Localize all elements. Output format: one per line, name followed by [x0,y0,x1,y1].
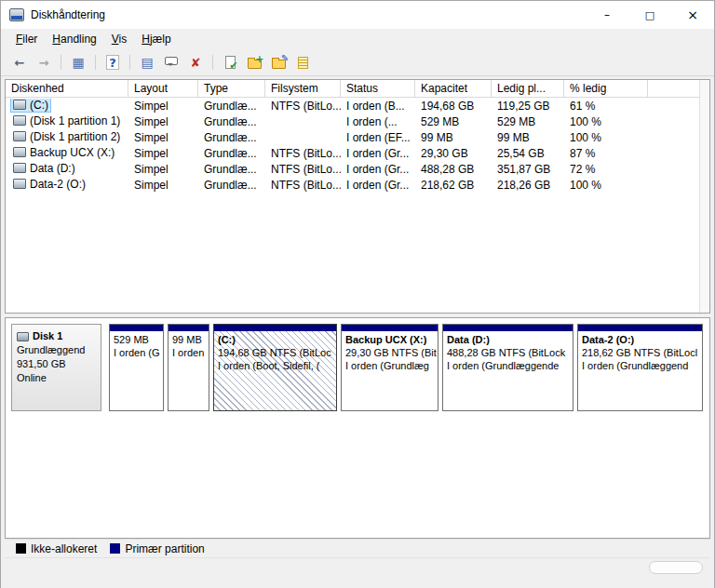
volume-list-pane: Diskenhed Layout Type Filsystem Status K… [5,79,710,314]
column-header-filsystem[interactable]: Filsystem [265,80,341,97]
check-document-icon: ✔ [225,56,236,69]
partition-name: Data-2 (O:) [582,333,698,346]
menu-item-vis[interactable]: Vis [104,30,134,48]
disk-status: Online [17,371,97,385]
scrollbar-thumb[interactable] [649,561,703,574]
volume-icon [13,100,26,110]
new-volume-icon[interactable] [243,52,265,73]
volume-pct-free: 72 % [564,163,648,176]
volume-type: Grundlæ... [198,163,265,176]
column-header-type[interactable]: Type [198,80,265,97]
menu-item-hjaelp[interactable]: Hjælp [134,30,178,48]
partition-size-line: 99 MB [172,333,205,346]
volume-filesystem: NTFS (BitLo... [265,179,341,192]
toolbar-separator [61,55,61,70]
primary-partition-swatch-icon [110,543,120,554]
minimize-button[interactable]: – [586,1,628,29]
partition-color-bar [169,325,209,331]
column-header-status[interactable]: Status [341,80,415,97]
partition-data-d[interactable]: Data (D:) 488,28 GB NTFS (BitLock I orde… [442,324,573,411]
volume-type: Grundlæ... [198,115,265,128]
graphical-view-pane: Disk 1 Grundlæggend 931,50 GB Online 529… [5,317,710,539]
volume-row-data2-o[interactable]: Data-2 (O:) Simpel Grundlæ... NTFS (BitL… [6,177,699,193]
legend-label: Primær partition [125,542,204,555]
window-controls: – □ × [586,1,714,29]
volume-capacity: 488,28 GB [415,163,492,176]
partition-efi[interactable]: 99 MB I orden [168,324,209,411]
partition-data2-o[interactable]: Data-2 (O:) 218,62 GB NTFS (BitLocl I or… [577,324,703,411]
console-tree-icon[interactable]: ▦ [67,52,89,73]
volume-name: (Disk 1 partition 2) [30,130,120,143]
column-header-diskenhed[interactable]: Diskenhed [6,80,128,97]
column-header-layout[interactable]: Layout [128,80,198,97]
forward-icon[interactable]: → [33,52,55,73]
disk-type: Grundlæggend [17,343,97,357]
volume-layout: Simpel [128,100,198,113]
column-header-kapacitet[interactable]: Kapacitet [415,80,492,97]
back-icon[interactable]: ← [8,52,31,73]
volume-capacity: 194,68 GB [415,100,492,113]
volume-filesystem: NTFS (BitLo... [265,147,341,160]
maximize-button[interactable]: □ [628,1,671,29]
toolbar-separator [212,55,213,70]
volume-free: 529 MB [492,115,564,128]
unallocated-swatch-icon [16,543,26,554]
partition-c[interactable]: (C:) 194,68 GB NTFS (BitLoc I orden (Boo… [213,324,337,411]
volume-row-partition2[interactable]: (Disk 1 partition 2) Simpel Grundlæ... I… [6,129,699,145]
volume-layout: Simpel [128,115,198,128]
disk-name: Disk 1 [33,329,62,343]
partition-name: Backup UCX (X:) [345,333,434,346]
disk-management-window: Diskhåndtering – □ × Filer Handling Vis … [0,0,715,588]
delete-volume-icon[interactable]: ✘ [184,52,207,73]
volume-status: I orden (... [341,115,415,128]
change-drive-letter-icon[interactable] [267,52,290,73]
volume-row-data-d[interactable]: Data (D:) Simpel Grundlæ... NTFS (BitLo.… [6,161,699,177]
titlebar: Diskhåndtering – □ × [1,1,714,29]
volume-row-c[interactable]: (C:) Simpel Grundlæ... NTFS (BitLo... I … [6,98,699,114]
partition-status-line: I orden (Boot, Sidefil, ( [218,359,332,372]
volume-type: Grundlæ... [198,179,265,192]
help-icon[interactable]: ? [106,55,119,70]
partition-status-line: I orden (Grundlæg [345,359,434,372]
volume-row-backup-ucx[interactable]: Backup UCX (X:) Simpel Grundlæ... NTFS (… [6,145,699,161]
partition-size-line: 218,62 GB NTFS (BitLocl [582,346,698,359]
mark-active-icon[interactable]: ✔ [219,52,241,73]
column-header-pct-ledig[interactable]: % ledig [564,80,648,97]
partition-recovery[interactable]: 529 MB I orden (G [109,324,164,411]
partition-color-bar [110,325,163,331]
partition-size-line: 194,68 GB NTFS (BitLoc [218,346,332,359]
volume-free: 351,87 GB [492,163,564,176]
disk-panel[interactable]: Disk 1 Grundlæggend 931,50 GB Online [11,324,101,411]
disk-size: 931,50 GB [17,357,97,371]
disk-icon [17,332,29,341]
volume-pct-free: 100 % [564,131,648,144]
partition-name: Data (D:) [447,333,569,346]
close-button[interactable]: × [671,1,714,29]
partition-color-bar [578,325,702,331]
list-view-icon[interactable]: ▤ [136,52,158,73]
volume-status: I orden (Gr... [341,147,415,160]
properties-icon[interactable] [160,52,182,73]
script-page-icon [298,57,308,69]
volume-icon [13,147,26,157]
menubar: Filer Handling Vis Hjælp [1,29,714,49]
volume-layout: Simpel [128,163,198,176]
volume-icon [13,131,26,141]
volume-name: Data-2 (O:) [30,178,86,191]
volume-capacity: 218,62 GB [415,179,492,192]
partition-backup-ucx[interactable]: Backup UCX (X:) 29,30 GB NTFS (Bit I ord… [341,324,438,411]
partition-color-bar [342,325,438,331]
volume-capacity: 529 MB [415,115,492,128]
volume-name: (C:) [30,99,48,112]
menu-item-filer[interactable]: Filer [8,30,45,48]
menu-item-handling[interactable]: Handling [45,30,103,48]
toolbar: ← → ▦ ? ▤ ✘ ✔ [1,49,714,76]
volume-row-partition1[interactable]: (Disk 1 partition 1) Simpel Grundlæ... I… [6,114,699,129]
partition-size-line: 529 MB [114,333,159,346]
column-header-ledig-plads[interactable]: Ledig pl... [492,80,564,97]
vertical-scrollbar[interactable] [699,80,709,313]
script-icon[interactable] [291,52,314,73]
volume-free: 119,25 GB [492,100,564,113]
volume-free: 25,54 GB [492,147,564,160]
partition-color-bar [443,325,573,331]
